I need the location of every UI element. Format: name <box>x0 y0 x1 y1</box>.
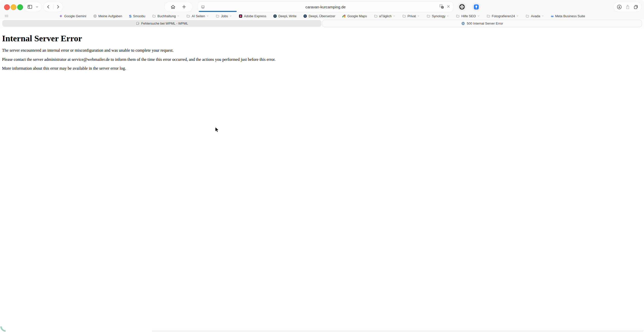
favorites-bar: Google GeminiMeine AufgabenSSmoobuBuchha… <box>0 13 644 19</box>
page-content: Internal Server Error The server encount… <box>0 28 644 332</box>
deepl-icon <box>273 14 277 18</box>
share-button[interactable] <box>625 4 630 10</box>
minimize-window-button[interactable] <box>11 4 16 10</box>
error-paragraph-3: More information about this error may be… <box>2 66 642 71</box>
tab-overview-button[interactable] <box>633 4 638 10</box>
tab-500-internal-server-error[interactable]: 500 Internal Server Error <box>323 20 642 27</box>
favorite-item-google-gemini[interactable]: Google Gemini <box>59 14 86 18</box>
meta-icon: ∞ <box>551 14 554 18</box>
apps-grid-icon[interactable] <box>5 14 9 19</box>
folder-icon <box>152 14 156 18</box>
stop-loading-icon[interactable] <box>446 4 451 10</box>
favorite-item-label: Hilfe SEO <box>461 14 476 18</box>
folder-icon <box>186 14 190 18</box>
address-bar[interactable]: caravan-kurcamping.de <box>198 2 453 12</box>
favorite-item-label: Adobe Express <box>244 14 266 18</box>
wpml-favicon <box>136 22 139 25</box>
chevron-down-icon <box>447 15 449 17</box>
favorite-item-at-glich[interactable]: aTäglich <box>374 14 395 18</box>
favorite-item-meine-aufgaben[interactable]: Meine Aufgaben <box>93 14 122 18</box>
new-tab-button[interactable] <box>182 4 187 9</box>
favorite-item-deepl-write[interactable]: DeepL Write <box>273 14 297 18</box>
forward-button[interactable] <box>55 4 61 9</box>
favorite-item-deepl-bersetzer[interactable]: DeepL Übersetzer <box>303 14 335 18</box>
chevron-down-icon <box>177 15 179 17</box>
favorite-item-label: Fotografieren24 <box>492 14 515 18</box>
back-button[interactable] <box>46 4 51 9</box>
favorite-item-fotografieren24[interactable]: Fotografieren24 <box>487 14 519 18</box>
chevron-down-icon <box>229 15 232 17</box>
home-button[interactable] <box>170 4 176 10</box>
favorite-item-buchhaltung[interactable]: Buchhaltung <box>152 14 179 18</box>
chevron-down-icon <box>516 15 519 17</box>
folder-icon <box>427 14 430 18</box>
deepl-icon <box>303 14 307 18</box>
favorite-item-label: DeepL Write <box>278 14 297 18</box>
right-actions-pill <box>614 2 641 12</box>
zoom-window-button[interactable] <box>17 4 23 10</box>
globe-icon <box>93 14 97 18</box>
adobe-icon <box>239 14 243 18</box>
translate-icon[interactable] <box>439 4 444 10</box>
url-text[interactable]: caravan-kurcamping.de <box>198 5 453 9</box>
folder-icon <box>216 14 219 18</box>
page-load-progress-bar <box>199 11 237 12</box>
chevron-down-icon <box>541 15 544 17</box>
chevron-down-icon <box>417 15 420 17</box>
home-newtab-pill <box>165 2 192 12</box>
window-corner-artifact <box>0 326 6 332</box>
close-window-button[interactable] <box>4 4 10 10</box>
website-settings-icon[interactable] <box>200 2 205 12</box>
chevron-down-icon <box>393 15 395 17</box>
page-title: Internal Server Error <box>2 33 642 43</box>
gemini-icon <box>59 14 63 18</box>
clover-extension-icon <box>459 4 465 10</box>
extension-button-clover[interactable] <box>458 3 466 11</box>
favorite-item-label: Smoobu <box>133 14 145 18</box>
favorite-item-adobe-express[interactable]: Adobe Express <box>239 14 266 18</box>
nav-divider <box>53 4 53 9</box>
keyhole-extension-icon <box>473 4 479 10</box>
sidebar-toggle-button[interactable] <box>27 4 33 10</box>
favorite-item-label: Jobs <box>221 14 228 18</box>
window-controls <box>4 4 23 10</box>
favorite-item-avada[interactable]: Avada <box>526 14 544 18</box>
folder-icon <box>456 14 460 18</box>
favorite-item-label: Google Maps <box>347 14 367 18</box>
favorites-bar-items: Google GeminiMeine AufgabenSSmoobuBuchha… <box>0 14 644 18</box>
tab-title: 500 Internal Server Error <box>467 22 503 25</box>
smoobu-icon: S <box>129 14 132 18</box>
tab-bar: Fehlersuche bei WPML - WPML500 Internal … <box>2 20 642 27</box>
favorite-item-jobs[interactable]: Jobs <box>216 14 232 18</box>
favorite-item-ai-seiten[interactable]: AI Seiten <box>186 14 209 18</box>
error-paragraph-1: The server encountered an internal error… <box>2 48 642 53</box>
favorite-item-label: Privat <box>408 14 416 18</box>
tab-fehlersuche-bei-wpml-wpml[interactable]: Fehlersuche bei WPML - WPML <box>2 20 321 27</box>
mouse-cursor <box>214 126 220 134</box>
browser-window: caravan-kurcamping.de Google GeminiMeine… <box>0 0 644 332</box>
window-bottom-edge <box>152 330 644 332</box>
wordpress-favicon <box>461 22 465 25</box>
chevron-down-icon <box>206 15 209 17</box>
folder-icon <box>487 14 490 18</box>
favorite-item-hilfe-seo[interactable]: Hilfe SEO <box>456 14 479 18</box>
folder-icon <box>402 14 406 18</box>
tab-title: Fehlersuche bei WPML - WPML <box>141 22 188 25</box>
sidebar-pill <box>24 2 42 12</box>
favorite-item-label: Avada <box>531 14 540 18</box>
favorite-item-label: aTäglich <box>379 14 392 18</box>
favorite-item-smoobu[interactable]: SSmoobu <box>129 14 145 18</box>
chevron-down-icon <box>477 15 480 17</box>
downloads-button[interactable] <box>617 4 622 10</box>
sidebar-chevron-button[interactable] <box>35 5 39 9</box>
favorite-item-label: Synology <box>432 14 445 18</box>
favorite-item-google-maps[interactable]: Google Maps <box>342 14 367 18</box>
favorite-item-label: Google Gemini <box>64 14 86 18</box>
favorite-item-meta-business-suite[interactable]: ∞Meta Business Suite <box>551 14 585 18</box>
favorite-item-privat[interactable]: Privat <box>402 14 420 18</box>
favorite-item-synology[interactable]: Synology <box>427 14 449 18</box>
favorite-item-label: Meine Aufgaben <box>98 14 122 18</box>
maps-icon <box>342 14 346 18</box>
favorite-item-label: AI Seiten <box>192 14 205 18</box>
extension-button-keyhole[interactable] <box>472 3 480 11</box>
